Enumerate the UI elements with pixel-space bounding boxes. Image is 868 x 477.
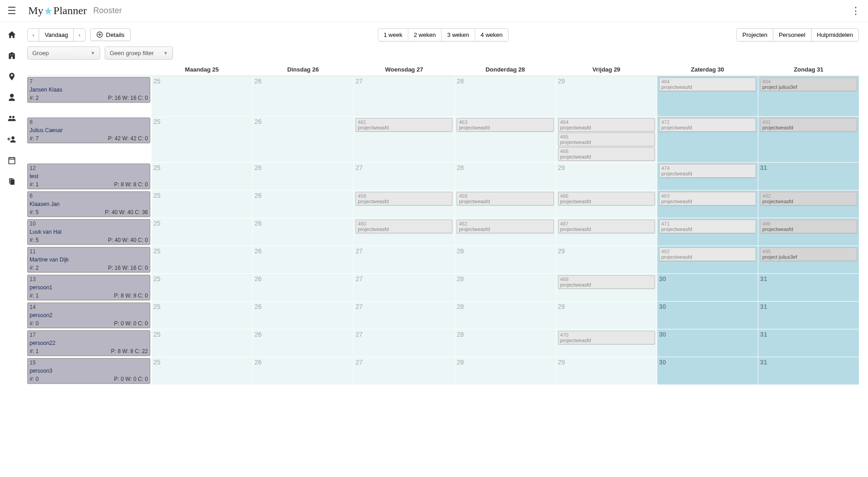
event-chip[interactable]: 482projectweasfd — [760, 192, 857, 205]
day-cell[interactable]: 459projectweasfd — [454, 190, 555, 218]
day-cell[interactable]: 28 — [454, 246, 555, 273]
day-cell[interactable]: 26 — [252, 246, 353, 273]
day-cell[interactable]: 462projectweasfd — [454, 218, 555, 246]
day-cell[interactable]: 26 — [252, 117, 353, 162]
day-cell[interactable]: 28 — [454, 274, 555, 301]
hamburger-icon[interactable]: ☰ — [7, 5, 16, 17]
day-cell[interactable]: 495project julius3ef — [758, 246, 859, 273]
day-cell[interactable]: 484projectweasfd — [657, 76, 758, 116]
day-cell[interactable]: 26 — [252, 218, 353, 246]
day-cell[interactable]: 30 — [657, 274, 758, 301]
nav-people-icon[interactable] — [5, 112, 18, 125]
day-cell[interactable]: 25 — [151, 274, 252, 301]
view-hulpmiddelen[interactable]: Hulpmiddelen — [812, 29, 859, 41]
day-cell[interactable]: 491projectweasfd — [758, 117, 859, 162]
event-chip[interactable]: 459projectweasfd — [457, 192, 553, 205]
day-cell[interactable]: 29 — [556, 302, 657, 329]
event-chip[interactable]: 483projectweasfd — [659, 192, 756, 205]
event-chip[interactable]: 486projectweasfd — [760, 220, 857, 233]
day-cell[interactable]: 25 — [151, 329, 252, 357]
day-cell[interactable]: 25 — [151, 357, 252, 385]
event-chip[interactable]: 472projectweasfd — [659, 118, 756, 132]
day-cell[interactable]: 26 — [252, 329, 353, 357]
resource-block[interactable]: 12test#: 1P: 8 W: 8 C: 0 — [27, 164, 150, 189]
view-projecten[interactable]: Projecten — [737, 29, 773, 41]
nav-home-icon[interactable] — [5, 28, 18, 41]
day-cell[interactable]: 25 — [151, 218, 252, 246]
nav-building-icon[interactable] — [5, 49, 18, 62]
day-cell[interactable]: 30 — [657, 302, 758, 329]
resource-block[interactable]: 8Julius Caesar#: 7P: 42 W: 42 C: 0 — [27, 118, 150, 143]
nav-copy-icon[interactable] — [5, 175, 18, 188]
day-cell[interactable]: 28 — [454, 302, 555, 329]
day-cell[interactable]: 25 — [151, 246, 252, 273]
day-cell[interactable]: 486projectweasfd — [758, 218, 859, 246]
day-cell[interactable]: 466projectweasfd — [556, 190, 657, 218]
event-chip[interactable]: 464projectweasfd — [558, 118, 655, 132]
day-cell[interactable]: 31 — [758, 329, 859, 357]
resource-block[interactable]: 15persoon3#: 0P: 0 W: 0 C: 0 — [27, 358, 150, 384]
day-cell[interactable]: 28 — [454, 357, 555, 385]
day-cell[interactable]: 31 — [758, 357, 859, 385]
day-cell[interactable]: 28 — [454, 163, 555, 190]
week-range-2[interactable]: 2 weken — [408, 29, 442, 41]
event-chip[interactable]: 468projectweasfd — [558, 147, 655, 161]
view-personeel[interactable]: Personeel — [773, 29, 812, 41]
day-cell[interactable]: 463projectweasfd — [454, 117, 555, 162]
day-cell[interactable]: 27 — [353, 76, 454, 116]
event-chip[interactable]: 492projectweasfd — [659, 247, 756, 261]
event-chip[interactable]: 495project julius3ef — [760, 247, 857, 261]
prev-button[interactable]: ‹ — [28, 29, 39, 41]
resource-block[interactable]: 10Luuk van Hal#: 5P: 40 W: 40 C: 0 — [27, 219, 150, 245]
event-chip[interactable]: 491projectweasfd — [760, 118, 857, 132]
day-cell[interactable]: 27 — [353, 357, 454, 385]
more-vert-icon[interactable]: ⋮ — [851, 5, 861, 17]
day-cell[interactable]: 26 — [252, 302, 353, 329]
day-cell[interactable]: 29 — [556, 163, 657, 190]
details-button[interactable]: Details — [90, 28, 131, 41]
day-cell[interactable]: 28 — [454, 76, 555, 116]
day-cell[interactable]: 31 — [758, 163, 859, 190]
group-filter-select[interactable]: Geen groep filter ▼ — [105, 46, 173, 60]
day-cell[interactable]: 25 — [151, 117, 252, 162]
day-cell[interactable]: 27 — [353, 302, 454, 329]
event-chip[interactable]: 470projectweasfd — [558, 331, 655, 344]
day-cell[interactable]: 25 — [151, 302, 252, 329]
day-cell[interactable]: 471projectweasfd — [657, 218, 758, 246]
event-chip[interactable]: 469projectweasfd — [558, 275, 655, 289]
nav-location-icon[interactable] — [5, 70, 18, 83]
event-chip[interactable]: 467projectweasfd — [558, 220, 655, 233]
day-cell[interactable]: 26 — [252, 190, 353, 218]
next-button[interactable]: › — [74, 29, 85, 41]
day-cell[interactable]: 492projectweasfd — [657, 246, 758, 273]
day-cell[interactable]: 29 — [556, 76, 657, 116]
day-cell[interactable]: 483projectweasfd — [657, 190, 758, 218]
resource-block[interactable]: 13persoon1#: 1P: 8 W: 8 C: 0 — [27, 275, 150, 300]
week-range-4[interactable]: 4 weken — [475, 29, 508, 41]
day-cell[interactable]: 25 — [151, 190, 252, 218]
day-cell[interactable]: 458projectweasfd — [353, 190, 454, 218]
resource-block[interactable]: 6Klaasen Jan#: 5P: 40 W: 40 C: 36 — [27, 191, 150, 217]
day-cell[interactable]: 25 — [151, 163, 252, 190]
day-cell[interactable]: 464projectweasfd465projectweasfd468proje… — [556, 117, 657, 162]
day-cell[interactable]: 28 — [454, 329, 555, 357]
day-cell[interactable]: 494project julius3ef — [758, 76, 859, 116]
day-cell[interactable]: 27 — [353, 329, 454, 357]
day-cell[interactable]: 26 — [252, 163, 353, 190]
day-cell[interactable]: 26 — [252, 274, 353, 301]
resource-block[interactable]: 11Martine van Dijk#: 2P: 16 W: 16 C: 0 — [27, 247, 150, 272]
event-chip[interactable]: 461projectweasfd — [355, 118, 452, 132]
day-cell[interactable]: 467projectweasfd — [556, 218, 657, 246]
day-cell[interactable]: 31 — [758, 302, 859, 329]
nav-calendar-icon[interactable] — [5, 154, 18, 167]
day-cell[interactable]: 29 — [556, 357, 657, 385]
day-cell[interactable]: 27 — [353, 274, 454, 301]
group-select[interactable]: Groep ▼ — [27, 46, 100, 60]
app-logo[interactable]: My Planner — [28, 5, 87, 17]
nav-person-icon[interactable] — [5, 91, 18, 104]
event-chip[interactable]: 466projectweasfd — [558, 192, 655, 205]
day-cell[interactable]: 472projectweasfd — [657, 117, 758, 162]
day-cell[interactable]: 460projectweasfd — [353, 218, 454, 246]
day-cell[interactable]: 30 — [657, 357, 758, 385]
event-chip[interactable]: 463projectweasfd — [457, 118, 553, 132]
